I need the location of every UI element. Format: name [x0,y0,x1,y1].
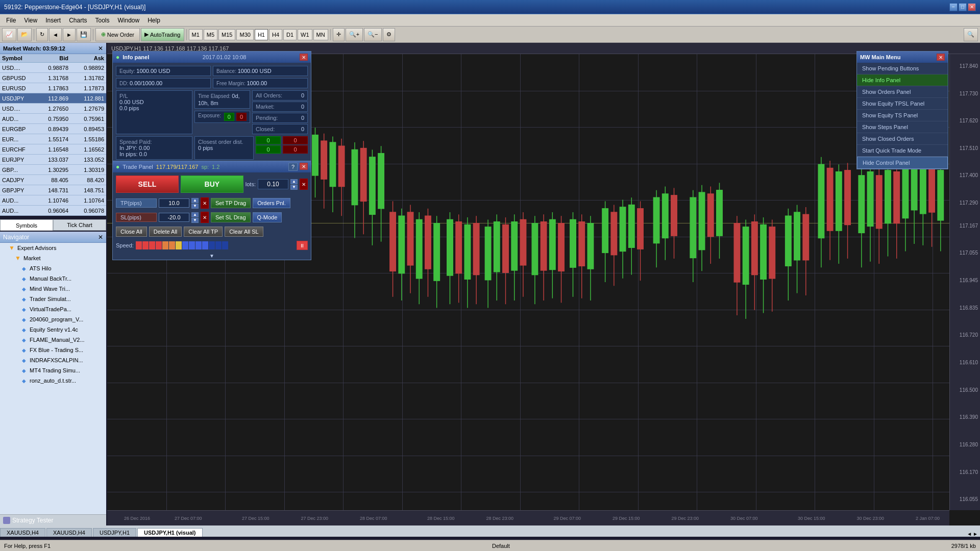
tf-mn[interactable]: MN [313,29,328,40]
speed-seg-13[interactable] [215,241,222,249]
menu-view[interactable]: View [20,16,41,25]
menu-show-steps[interactable]: Show Steps Panel [857,121,948,133]
mw-row-eur1[interactable]: EUR... 1.55174 1.55186 [0,134,106,144]
lots-up[interactable]: ▲ [290,179,298,184]
mw-row-usdjpy[interactable]: USDJPY 112.869 112.881 [0,93,106,104]
market-watch-close[interactable]: ✕ [98,45,103,52]
nav-item-fxblue[interactable]: ◆ FX Blue - Trading S... [0,345,106,355]
crosshair-button[interactable]: ✛ [333,28,345,41]
tab-xauusd-h4-2[interactable]: XAUUSD,H4 [46,528,92,537]
properties-button[interactable]: ⚙ [383,28,395,41]
speed-seg-3[interactable] [149,241,155,249]
speed-seg-12[interactable] [209,241,215,249]
tf-h4[interactable]: H4 [269,29,282,40]
nav-market-folder[interactable]: ▼ Market [0,253,106,263]
speed-seg-14[interactable] [222,241,228,249]
mw-row-aud3[interactable]: AUD... 0.96064 0.96078 [0,206,106,216]
nav-item-indra[interactable]: ◆ INDRAFXSCALPIN... [0,355,106,365]
minimize-button[interactable]: − [949,3,958,11]
menu-hide-control[interactable]: Hide Control Panel [857,157,948,169]
tf-d1[interactable]: D1 [283,29,297,40]
tf-w1[interactable]: W1 [298,29,312,40]
menu-show-pending[interactable]: Show Pending Buttons [857,63,948,74]
tp-up[interactable]: ▲ [191,198,199,203]
mw-row-eurjpy[interactable]: EURJPY 133.037 133.052 [0,155,106,165]
menu-help[interactable]: Help [143,16,164,25]
tab-scroll-left[interactable]: ◄ [967,531,972,537]
menu-file[interactable]: File [2,16,20,25]
tf-m15[interactable]: M15 [218,29,235,40]
speed-seg-1[interactable] [136,241,142,249]
navigator-close[interactable]: ✕ [98,234,103,241]
menu-show-equity-tpsl[interactable]: Show Equity TPSL Panel [857,98,948,110]
sl-down[interactable]: ▼ [191,218,199,223]
autotrading-button[interactable]: ▶ AutoTrading [141,28,184,41]
mw-row-usd1[interactable]: USD.... 0.98878 0.98892 [0,63,106,73]
mw-row-aud1[interactable]: AUD... 0.75950 0.75961 [0,114,106,124]
maximize-button[interactable]: □ [959,3,967,11]
lots-down[interactable]: ▼ [290,185,298,190]
nav-item-ats-hilo[interactable]: ◆ ATS Hilo [0,263,106,273]
nav-item-ronz[interactable]: ◆ ronz_auto_d.t.str... [0,375,106,386]
info-panel-titlebar[interactable]: ● Info panel 2017.01.02 10:08 ✕ [113,52,311,63]
new-chart-button[interactable]: 📈 [2,28,16,41]
mw-row-eurgbp[interactable]: EURGBP 0.89439 0.89453 [0,124,106,134]
info-panel-close[interactable]: ✕ [300,54,308,61]
lots-clear[interactable]: ✕ [300,179,308,190]
save-button[interactable]: 💾 [77,28,91,41]
mw-row-eurchf[interactable]: EURCHF 1.16548 1.16562 [0,144,106,155]
mw-row-aud2[interactable]: AUD... 1.10746 1.10764 [0,195,106,206]
q-mode-button[interactable]: Q-Mode [253,212,282,222]
search-button[interactable]: 🔍 [964,28,978,41]
lots-input[interactable] [258,179,288,189]
menu-quick-trade[interactable]: Start Quick Trade Mode [857,145,948,157]
trade-panel-help[interactable]: ? [288,163,298,171]
menu-insert[interactable]: Insert [41,16,65,25]
open-button[interactable]: 📂 [17,28,32,41]
nav-item-equity-sentry[interactable]: ◆ Equity Sentry v1.4c [0,324,106,335]
panel-expand[interactable]: ▼ [113,252,311,260]
set-tp-drag-button[interactable]: Set TP Drag [211,198,251,208]
tab-scroll-right[interactable]: ► [973,531,978,537]
tf-m30[interactable]: M30 [236,29,253,40]
tp-down[interactable]: ▼ [191,204,199,209]
speed-seg-5[interactable] [162,241,168,249]
speed-seg-10[interactable] [195,241,202,249]
tf-m5[interactable]: M5 [204,29,217,40]
mw-row-gbpusd[interactable]: GBPUSD 1.31768 1.31782 [0,73,106,83]
speed-seg-11[interactable] [202,241,208,249]
speed-seg-8[interactable] [182,241,188,249]
tab-symbols[interactable]: Symbols [0,219,53,231]
set-sl-drag-button[interactable]: Set SL Drag [211,212,251,222]
orders-pnl-button[interactable]: Orders Pnl. [253,198,290,208]
tf-m1[interactable]: M1 [189,29,203,40]
sl-up[interactable]: ▲ [191,212,199,217]
trade-panel-titlebar[interactable]: ● Trade Panel 117.179/117.167 sp: 1.2 ? … [113,161,311,172]
menu-window[interactable]: Window [114,16,144,25]
sl-clear[interactable]: ✕ [201,212,209,223]
tf-h1[interactable]: H1 [255,29,268,40]
mw-row-eurusd[interactable]: EURUSD 1.17863 1.17873 [0,83,106,93]
close-button[interactable]: ✕ [968,3,976,11]
clear-all-tp-button[interactable]: Clear All TP [184,227,223,237]
tp-clear[interactable]: ✕ [201,197,209,209]
mw-menu-close[interactable]: ✕ [937,54,945,61]
clear-all-sl-button[interactable]: Clear All SL [225,227,263,237]
tp-input[interactable] [159,198,189,208]
trade-panel-close[interactable]: ✕ [300,163,308,170]
speed-seg-2[interactable] [142,241,149,249]
nav-item-mind-wave[interactable]: ◆ Mind Wave Tri... [0,284,106,294]
menu-show-closed[interactable]: Show Closed Orders [857,133,948,145]
nav-item-trader-sim[interactable]: ◆ Trader Simulat... [0,294,106,304]
speed-pause-button[interactable]: ⏸ [297,241,308,250]
zoom-in-button[interactable]: 🔍+ [346,28,363,41]
sl-input[interactable] [159,213,189,222]
delete-all-button[interactable]: Delete All [149,227,182,237]
zoom-out-button[interactable]: 🔍− [364,28,381,41]
menu-hide-info[interactable]: Hide Info Panel [857,74,948,86]
nav-item-manual-backtr[interactable]: ◆ Manual BackTr... [0,273,106,284]
buy-button[interactable]: BUY [181,176,243,193]
menu-show-orders[interactable]: Show Orders Panel [857,86,948,98]
back-button[interactable]: ◄ [49,28,62,41]
tab-usdjpy-h1-visual[interactable]: USDJPY,H1 (visual) [137,528,202,537]
